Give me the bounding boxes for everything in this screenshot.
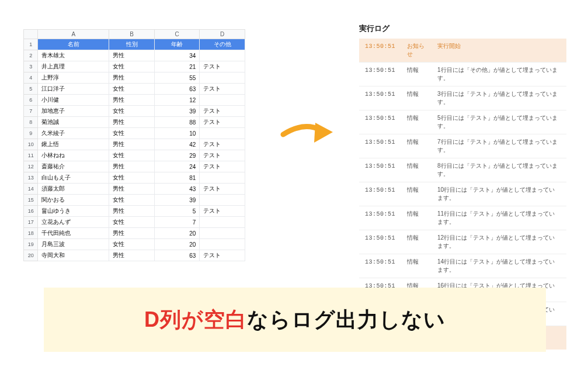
- row-header[interactable]: 7: [24, 106, 38, 117]
- cell-gender[interactable]: 男性: [109, 161, 155, 172]
- cell-gender[interactable]: 女性: [109, 128, 155, 139]
- cell-other[interactable]: テスト: [200, 206, 245, 217]
- cell-name[interactable]: 小川健: [38, 95, 109, 106]
- cell-gender[interactable]: 男性: [109, 72, 155, 84]
- cell-name[interactable]: 江口洋子: [38, 84, 109, 95]
- cell-gender[interactable]: 男性: [109, 139, 155, 150]
- row-header[interactable]: 9: [24, 128, 38, 139]
- row-header[interactable]: 3: [24, 61, 38, 72]
- row-header[interactable]: 19: [24, 239, 38, 250]
- row-header[interactable]: 8: [24, 117, 38, 128]
- cell-other[interactable]: テスト: [200, 84, 245, 95]
- cell-age[interactable]: 21: [154, 61, 200, 72]
- cell-gender[interactable]: 男性: [109, 206, 155, 217]
- col-header-d[interactable]: D: [200, 30, 245, 39]
- cell-name[interactable]: 久米綾子: [38, 128, 109, 139]
- cell-other[interactable]: テスト: [200, 150, 245, 161]
- row-header[interactable]: 16: [24, 206, 38, 217]
- cell-name[interactable]: 月島三波: [38, 239, 109, 250]
- cell-other[interactable]: テスト: [200, 61, 245, 72]
- cell-other[interactable]: [200, 72, 245, 84]
- cell-age[interactable]: 55: [154, 72, 200, 84]
- row-header[interactable]: 1: [24, 39, 38, 50]
- cell-gender[interactable]: 女性: [109, 84, 155, 95]
- row-header[interactable]: 12: [24, 161, 38, 172]
- cell-gender[interactable]: 女性: [109, 106, 155, 117]
- cell-age[interactable]: 39: [154, 106, 200, 117]
- cell-age[interactable]: 29: [154, 150, 200, 161]
- header-age[interactable]: 年齢: [154, 39, 200, 50]
- row-header[interactable]: 15: [24, 195, 38, 206]
- header-other[interactable]: その他: [200, 39, 245, 50]
- select-all-corner[interactable]: [24, 30, 38, 39]
- cell-other[interactable]: テスト: [200, 139, 245, 150]
- col-header-a[interactable]: A: [38, 30, 109, 39]
- cell-other[interactable]: [200, 128, 245, 139]
- header-gender[interactable]: 性別: [109, 39, 155, 50]
- cell-gender[interactable]: 男性: [109, 50, 155, 61]
- header-name[interactable]: 名前: [38, 39, 109, 50]
- cell-other[interactable]: [200, 172, 245, 184]
- cell-name[interactable]: 斎藤祐介: [38, 161, 109, 172]
- row-header[interactable]: 20: [24, 250, 38, 261]
- cell-name[interactable]: 加地恵子: [38, 106, 109, 117]
- cell-name[interactable]: 井上真理: [38, 61, 109, 72]
- cell-age[interactable]: 63: [154, 84, 200, 95]
- row-header[interactable]: 2: [24, 50, 38, 61]
- cell-other[interactable]: テスト: [200, 250, 245, 261]
- cell-gender[interactable]: 男性: [109, 95, 155, 106]
- cell-name[interactable]: 菊池誠: [38, 117, 109, 128]
- cell-age[interactable]: 88: [154, 117, 200, 128]
- cell-age[interactable]: 42: [154, 139, 200, 150]
- cell-other[interactable]: テスト: [200, 117, 245, 128]
- cell-name[interactable]: 関かおる: [38, 195, 109, 206]
- cell-age[interactable]: 24: [154, 161, 200, 172]
- cell-name[interactable]: 立花あんず: [38, 217, 109, 228]
- cell-other[interactable]: テスト: [200, 106, 245, 117]
- cell-age[interactable]: 12: [154, 95, 200, 106]
- cell-age[interactable]: 20: [154, 239, 200, 250]
- row-header[interactable]: 17: [24, 217, 38, 228]
- cell-age[interactable]: 10: [154, 128, 200, 139]
- col-header-c[interactable]: C: [154, 30, 200, 39]
- cell-other[interactable]: テスト: [200, 161, 245, 172]
- cell-name[interactable]: 青木雄太: [38, 50, 109, 61]
- cell-name[interactable]: 畠山ゆうき: [38, 206, 109, 217]
- cell-other[interactable]: テスト: [200, 184, 245, 195]
- cell-gender[interactable]: 男性: [109, 228, 155, 239]
- cell-name[interactable]: 須藤太郎: [38, 184, 109, 195]
- cell-age[interactable]: 20: [154, 228, 200, 239]
- cell-name[interactable]: 白山もえ子: [38, 172, 109, 184]
- cell-gender[interactable]: 女性: [109, 150, 155, 161]
- col-header-b[interactable]: B: [109, 30, 155, 39]
- cell-name[interactable]: 小林ねね: [38, 150, 109, 161]
- cell-age[interactable]: 43: [154, 184, 200, 195]
- cell-other[interactable]: [200, 195, 245, 206]
- cell-name[interactable]: 寺岡大和: [38, 250, 109, 261]
- row-header[interactable]: 4: [24, 72, 38, 84]
- row-header[interactable]: 13: [24, 172, 38, 184]
- cell-gender[interactable]: 女性: [109, 172, 155, 184]
- cell-other[interactable]: [200, 239, 245, 250]
- cell-other[interactable]: [200, 95, 245, 106]
- cell-gender[interactable]: 女性: [109, 195, 155, 206]
- cell-age[interactable]: 39: [154, 195, 200, 206]
- cell-gender[interactable]: 男性: [109, 117, 155, 128]
- cell-other[interactable]: [200, 50, 245, 61]
- row-header[interactable]: 10: [24, 139, 38, 150]
- row-header[interactable]: 11: [24, 150, 38, 161]
- row-header[interactable]: 6: [24, 95, 38, 106]
- cell-name[interactable]: 鍬上悟: [38, 139, 109, 150]
- spreadsheet[interactable]: A B C D 1名前性別年齢その他2青木雄太男性343井上真理女性21テスト4…: [23, 29, 245, 261]
- cell-name[interactable]: 千代田純也: [38, 228, 109, 239]
- cell-other[interactable]: [200, 217, 245, 228]
- cell-gender[interactable]: 男性: [109, 184, 155, 195]
- row-header[interactable]: 14: [24, 184, 38, 195]
- cell-other[interactable]: [200, 228, 245, 239]
- cell-gender[interactable]: 女性: [109, 61, 155, 72]
- cell-gender[interactable]: 女性: [109, 239, 155, 250]
- cell-age[interactable]: 34: [154, 50, 200, 61]
- row-header[interactable]: 18: [24, 228, 38, 239]
- cell-gender[interactable]: 女性: [109, 217, 155, 228]
- cell-age[interactable]: 81: [154, 172, 200, 184]
